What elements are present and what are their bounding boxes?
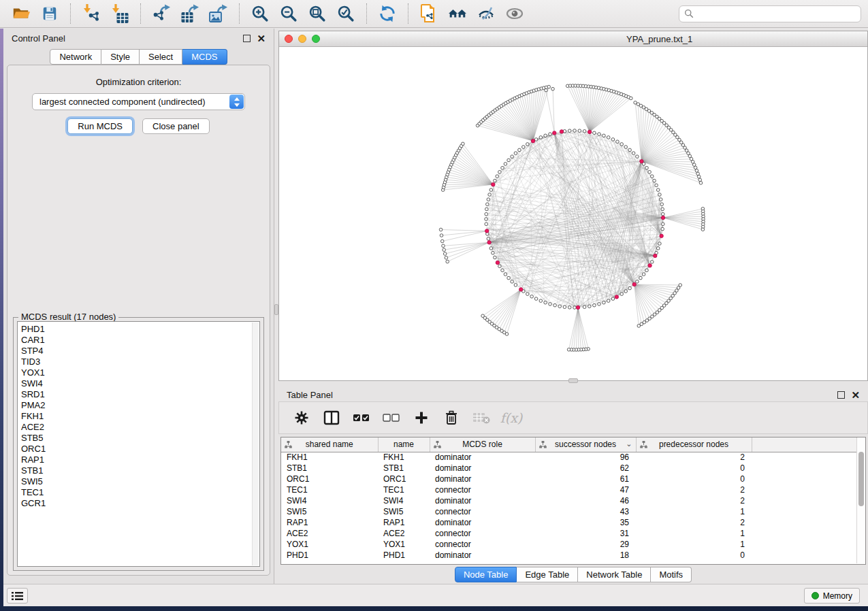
column-header-successor-nodes[interactable]: successor nodes⌄: [535, 437, 636, 452]
cell-predecessor_nodes[interactable]: 1: [636, 506, 752, 517]
zoom-selected-button[interactable]: [334, 3, 357, 24]
cell-name[interactable]: SWI4: [378, 495, 430, 506]
add-column-button[interactable]: [410, 406, 433, 429]
cell-predecessor_nodes[interactable]: 2: [636, 452, 752, 463]
cell-successor_nodes[interactable]: 29: [535, 539, 636, 550]
tab-edge-table[interactable]: Edge Table: [517, 567, 578, 582]
deselect-all-button[interactable]: [380, 406, 403, 429]
close-panel-button[interactable]: Close panel: [142, 118, 210, 134]
window-zoom-traffic-icon[interactable]: [312, 35, 320, 43]
cell-mcds_role[interactable]: connector: [430, 506, 535, 517]
cell-name[interactable]: STB1: [378, 463, 430, 474]
table-row[interactable]: STB1STB1dominator620: [281, 463, 857, 474]
zoom-fit-button[interactable]: [306, 3, 329, 24]
tab-select[interactable]: Select: [140, 49, 182, 65]
cell-name[interactable]: FKH1: [378, 452, 430, 463]
cell-shared_name[interactable]: YOX1: [281, 539, 378, 550]
table-scrollbar[interactable]: [856, 438, 865, 563]
table-header-row[interactable]: shared namenameMCDS rolesuccessor nodes⌄…: [281, 437, 857, 452]
run-mcds-button[interactable]: Run MCDS: [67, 118, 133, 134]
mcds-result-item[interactable]: RAP1: [21, 455, 259, 465]
table-row[interactable]: YOX1YOX1connector291: [281, 539, 857, 550]
cell-mcds_role[interactable]: dominator: [430, 495, 535, 506]
mcds-result-item[interactable]: PMA2: [21, 400, 259, 411]
tab-motifs[interactable]: Motifs: [651, 567, 692, 582]
mcds-result-item[interactable]: SRD1: [21, 389, 259, 400]
tab-style[interactable]: Style: [101, 49, 140, 65]
cell-mcds_role[interactable]: dominator: [430, 550, 535, 561]
cell-predecessor_nodes[interactable]: 2: [636, 495, 752, 506]
mcds-result-item[interactable]: FKH1: [21, 411, 259, 422]
optimization-criterion-select[interactable]: largest connected component (undirected): [32, 93, 245, 110]
cell-predecessor_nodes[interactable]: 2: [636, 484, 752, 495]
cell-shared_name[interactable]: ACE2: [281, 528, 378, 539]
horizontal-splitter-handle[interactable]: [568, 378, 578, 383]
cell-successor_nodes[interactable]: 43: [535, 506, 636, 517]
cell-mcds_role[interactable]: dominator: [430, 474, 535, 484]
column-header-shared-name[interactable]: shared name: [281, 437, 378, 452]
cell-predecessor_nodes[interactable]: 0: [636, 463, 752, 474]
save-session-button[interactable]: [38, 3, 61, 24]
close-table-panel-icon[interactable]: ✕: [851, 391, 860, 399]
network-window-titlebar[interactable]: YPA_prune.txt_1: [279, 31, 867, 47]
cell-mcds_role[interactable]: connector: [430, 528, 535, 539]
cell-successor_nodes[interactable]: 61: [535, 474, 636, 484]
table-scrollbar-thumb[interactable]: [858, 452, 864, 506]
mcds-result-item[interactable]: PHD1: [21, 324, 259, 335]
mcds-list-scrollbar[interactable]: [252, 323, 259, 565]
cell-successor_nodes[interactable]: 18: [535, 550, 636, 561]
cell-name[interactable]: YOX1: [378, 539, 430, 550]
cell-successor_nodes[interactable]: 46: [535, 495, 636, 506]
float-panel-icon[interactable]: [243, 35, 251, 42]
cell-shared_name[interactable]: SWI5: [281, 506, 378, 517]
cell-shared_name[interactable]: TEC1: [281, 484, 378, 495]
export-image-button[interactable]: [207, 3, 230, 24]
mcds-result-item[interactable]: ACE2: [21, 422, 259, 433]
import-network-button[interactable]: [80, 3, 103, 24]
node-table-grid[interactable]: shared namenameMCDS rolesuccessor nodes⌄…: [281, 437, 857, 561]
cell-name[interactable]: RAP1: [378, 517, 430, 528]
export-table-button[interactable]: [178, 3, 202, 24]
cell-predecessor_nodes[interactable]: 2: [636, 517, 752, 528]
cell-mcds_role[interactable]: dominator: [430, 452, 535, 463]
show-columns-button[interactable]: [320, 406, 343, 429]
cell-shared_name[interactable]: RAP1: [281, 517, 378, 528]
cell-predecessor_nodes[interactable]: 0: [636, 474, 752, 484]
cell-shared_name[interactable]: PHD1: [281, 550, 378, 561]
mcds-result-list[interactable]: PHD1CAR1STP4TID3YOX1SWI4SRD1PMA2FKH1ACE2…: [17, 321, 260, 567]
cell-shared_name[interactable]: FKH1: [281, 452, 378, 463]
mcds-result-item[interactable]: GCR1: [21, 498, 259, 509]
column-header-name[interactable]: name: [378, 437, 430, 452]
tab-mcds[interactable]: MCDS: [182, 49, 227, 65]
cell-mcds_role[interactable]: connector: [430, 539, 535, 550]
cell-successor_nodes[interactable]: 96: [535, 452, 636, 463]
window-close-traffic-icon[interactable]: [285, 35, 293, 43]
mcds-result-item[interactable]: STP4: [21, 346, 259, 357]
column-header-predecessor-nodes[interactable]: predecessor nodes: [636, 437, 752, 452]
new-network-from-selection-button[interactable]: [417, 3, 440, 24]
table-row[interactable]: RAP1RAP1dominator352: [281, 517, 857, 528]
float-table-panel-icon[interactable]: [837, 391, 845, 399]
network-canvas[interactable]: [279, 47, 867, 380]
hide-selection-button[interactable]: [475, 3, 498, 24]
cell-mcds_role[interactable]: dominator: [430, 517, 535, 528]
table-row[interactable]: FKH1FKH1dominator962: [281, 452, 857, 463]
close-panel-icon[interactable]: ✕: [257, 35, 266, 42]
cell-name[interactable]: ACE2: [378, 528, 430, 539]
table-row[interactable]: PHD1PHD1dominator180: [281, 550, 857, 561]
mcds-result-item[interactable]: STB1: [21, 465, 259, 476]
cell-shared_name[interactable]: SWI4: [281, 495, 378, 506]
cell-successor_nodes[interactable]: 31: [535, 528, 636, 539]
cell-predecessor_nodes[interactable]: 1: [636, 528, 752, 539]
network-graph[interactable]: [279, 47, 867, 380]
cell-successor_nodes[interactable]: 62: [535, 463, 636, 474]
mcds-result-item[interactable]: CAR1: [21, 335, 259, 346]
window-minimize-traffic-icon[interactable]: [298, 35, 306, 43]
cell-name[interactable]: SWI5: [378, 506, 430, 517]
table-row[interactable]: SWI4SWI4dominator462: [281, 495, 857, 506]
cell-predecessor_nodes[interactable]: 1: [636, 539, 752, 550]
select-all-button[interactable]: [350, 406, 373, 429]
mcds-result-item[interactable]: TID3: [21, 357, 259, 367]
tab-network[interactable]: Network: [50, 49, 101, 65]
table-row[interactable]: ORC1ORC1dominator610: [281, 474, 857, 484]
